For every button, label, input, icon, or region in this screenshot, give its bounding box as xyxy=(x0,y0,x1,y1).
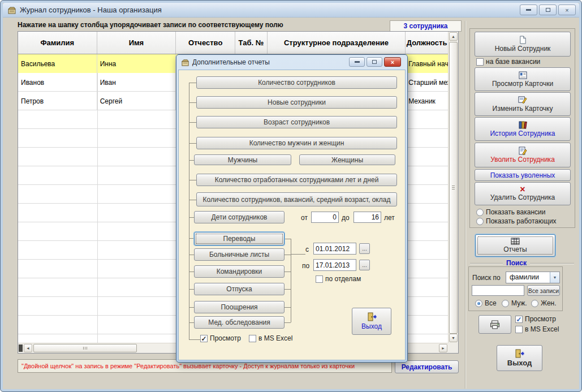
scroll-left-button[interactable]: ◄ xyxy=(24,344,32,352)
tree-line xyxy=(291,254,305,255)
tree-line xyxy=(189,289,194,290)
dialog-minimize-button[interactable] xyxy=(349,57,365,67)
close-icon: × xyxy=(565,7,568,14)
delete-employee-label: Удалить Сотрудника xyxy=(490,193,555,201)
scroll-right-button[interactable]: ► xyxy=(439,344,447,352)
dialog-preview-checkbox[interactable]: ✓ xyxy=(200,335,208,342)
vertical-scrollbar[interactable]: ▲ ▼ xyxy=(448,32,458,343)
dropdown-arrow-icon[interactable]: ▼ xyxy=(550,272,559,283)
date-to-browse-button[interactable]: ... xyxy=(359,260,370,270)
scroll-up-button[interactable]: ▲ xyxy=(449,32,458,41)
exit-button[interactable]: Выход xyxy=(497,345,542,371)
report-business-trips-button[interactable]: Командировки xyxy=(194,265,284,278)
column-header-department[interactable]: Структурное подразделение xyxy=(268,32,406,54)
date-from-input[interactable] xyxy=(313,243,356,255)
age-to-input[interactable] xyxy=(353,212,381,223)
cell-firstname[interactable]: Сергей xyxy=(97,92,176,110)
report-transfers-button[interactable]: Переводы xyxy=(194,232,284,245)
cell-position[interactable]: Механик xyxy=(406,92,448,110)
print-button[interactable] xyxy=(478,315,511,334)
report-men-women-count-button[interactable]: Количество мужчин и женщин xyxy=(196,137,397,149)
cell-firstname[interactable]: Иван xyxy=(97,73,176,92)
age-from-input[interactable] xyxy=(311,212,339,223)
column-header-lastname[interactable]: Фамилия xyxy=(18,32,97,54)
report-employee-age-button[interactable]: Возраст сотрудников xyxy=(196,116,397,128)
excel-checkbox[interactable] xyxy=(515,326,523,333)
edit-card-label: Изменить Карточку xyxy=(493,105,553,113)
main-window-controls: × xyxy=(520,5,576,15)
dialog-excel-checkbox[interactable] xyxy=(249,335,256,342)
dialog-restore-button[interactable] xyxy=(367,57,382,67)
by-departments-checkbox[interactable] xyxy=(316,275,323,283)
tree-line xyxy=(189,322,194,323)
dismiss-employee-button[interactable]: Уволить Сотрудника xyxy=(475,143,571,167)
vacancy-base-checkbox[interactable] xyxy=(476,58,484,66)
date-from-browse-button[interactable]: ... xyxy=(359,243,370,254)
scrollbar-corner xyxy=(448,343,458,353)
search-by-dropdown[interactable]: фамилии ▼ xyxy=(506,272,560,283)
show-vacancies-radio[interactable] xyxy=(476,209,484,216)
employee-history-button[interactable]: История Сотрудника xyxy=(475,117,571,141)
restore-icon xyxy=(372,60,377,64)
show-dismissed-button[interactable]: Показать уволенных xyxy=(475,169,571,181)
gender-male-radio[interactable] xyxy=(502,300,509,307)
view-card-button[interactable]: Просмотр Карточки xyxy=(475,67,571,91)
edit-card-button[interactable]: Изменить Карточку xyxy=(475,92,571,116)
preview-checkbox[interactable]: ✓ xyxy=(515,316,523,323)
cell-lastname[interactable]: Петров xyxy=(18,92,97,110)
gender-female-radio[interactable] xyxy=(531,300,538,307)
report-new-employees-button[interactable]: Новые сотрудники xyxy=(196,96,397,109)
edit-card-icon xyxy=(518,96,527,104)
employee-history-label: История Сотрудника xyxy=(490,130,555,137)
scroll-down-button[interactable]: ▼ xyxy=(449,334,458,342)
delete-employee-button[interactable]: × Удалить Сотрудника xyxy=(475,182,571,205)
printer-icon xyxy=(490,320,500,329)
column-header-middlename[interactable]: Отчество xyxy=(176,32,235,54)
horizontal-scroll-thumb[interactable] xyxy=(33,344,137,352)
scroll-right-icon: ► xyxy=(441,346,445,350)
report-vacations-button[interactable]: Отпуска xyxy=(194,283,284,295)
column-header-tabno[interactable]: Таб. № xyxy=(235,32,268,54)
show-working-radio[interactable] xyxy=(476,218,484,225)
reports-button[interactable]: Отчеты xyxy=(475,234,555,257)
report-summary-button[interactable]: Количество сотрудников, вакансий, средни… xyxy=(196,192,397,206)
report-employee-count-button[interactable]: Количество сотрудников xyxy=(196,76,397,89)
cell-position[interactable]: Старший мех xyxy=(406,73,448,92)
dialog-close-button[interactable]: × xyxy=(384,57,401,67)
employee-count-badge: 3 сотрудника xyxy=(390,20,462,32)
show-vacancies-label: Показать вакансии xyxy=(486,208,545,216)
exit-label: Выход xyxy=(507,359,532,367)
excel-label: в MS Excel xyxy=(525,325,559,333)
report-children-button[interactable]: Дети сотрудников xyxy=(194,211,284,223)
gender-all-radio[interactable] xyxy=(475,300,482,307)
splitter-handle[interactable] xyxy=(19,344,23,352)
cell-lastname[interactable]: Иванов xyxy=(18,73,97,92)
tree-line xyxy=(189,272,194,272)
column-header-position[interactable]: Должность xyxy=(406,32,448,54)
report-sick-leaves-button[interactable]: Больничные листы xyxy=(194,248,284,261)
search-input[interactable] xyxy=(472,285,524,296)
report-years-worked-button[interactable]: Количество отработанных сотрудниками лет… xyxy=(196,174,397,186)
new-employee-button[interactable]: Новый Сотрудник xyxy=(475,32,571,57)
cell-firstname[interactable]: Инна xyxy=(97,54,176,73)
close-button[interactable]: × xyxy=(558,5,576,15)
dialog-preview-label: Просмотр xyxy=(210,334,241,342)
cell-position[interactable]: Главный нач xyxy=(406,54,448,73)
column-header-firstname[interactable]: Имя xyxy=(97,32,176,54)
cell-lastname[interactable]: Васильева xyxy=(18,54,97,73)
report-men-button[interactable]: Мужчины xyxy=(194,154,291,165)
dialog-journal-icon xyxy=(181,58,189,67)
minimize-button[interactable] xyxy=(520,5,537,15)
all-records-button[interactable]: Все записи xyxy=(527,285,560,296)
report-women-button[interactable]: Женщины xyxy=(299,154,395,165)
vertical-scroll-thumb[interactable] xyxy=(449,42,458,334)
report-medical-exams-button[interactable]: Мед. обследования xyxy=(194,316,284,329)
dialog-exit-button[interactable]: Выход xyxy=(352,308,391,335)
view-card-icon xyxy=(519,71,527,79)
restore-button[interactable] xyxy=(539,5,557,15)
report-rewards-button[interactable]: Поощрения xyxy=(194,301,284,313)
date-to-input[interactable] xyxy=(313,259,356,271)
scroll-grip xyxy=(83,347,88,350)
tree-line xyxy=(189,102,196,103)
age-from-label: от xyxy=(301,214,308,222)
